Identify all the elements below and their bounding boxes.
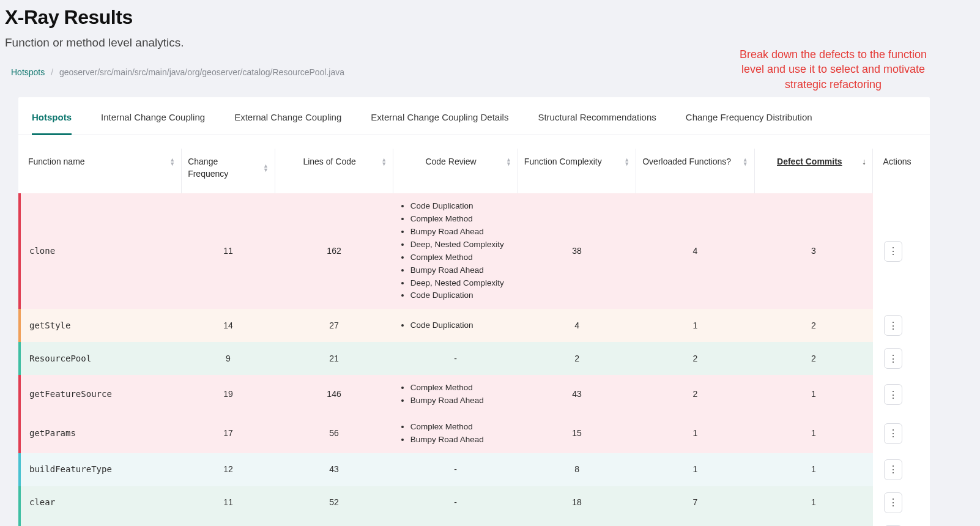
cell-defect-commits: 1 [754, 414, 872, 453]
col-change-frequency[interactable]: Change Frequency ▲▼ [182, 149, 275, 193]
kebab-icon: ⋮ [888, 464, 898, 475]
code-review-item: Complex Method [410, 421, 512, 433]
sort-icon[interactable]: ▲▼ [624, 158, 629, 166]
code-review-item: Deep, Nested Complexity [410, 239, 512, 251]
col-function-name[interactable]: Function name ▲▼ [20, 149, 182, 193]
cell-change-frequency: 19 [182, 375, 275, 414]
sort-icon[interactable]: ▲▼ [743, 158, 748, 166]
table-row: clone11162Code DuplicationComplex Method… [20, 193, 922, 309]
tabs-bar: HotspotsInternal Change CouplingExternal… [18, 97, 930, 135]
cell-change-frequency: 9 [182, 519, 275, 526]
cell-overloaded-functions: 7 [636, 486, 754, 519]
cell-defect-commits: 2 [754, 342, 872, 375]
tab-structural-recommendations[interactable]: Structural Recommendations [538, 111, 656, 135]
cell-code-review: Complex MethodBumpy Road Ahead [393, 414, 518, 453]
table-row: getStyle1427Code Duplication412⋮ [20, 309, 922, 342]
cell-code-review: - [393, 453, 518, 486]
cell-actions: ⋮ [873, 414, 922, 453]
sort-icon[interactable]: ▲▼ [263, 164, 269, 172]
cell-actions: ⋮ [873, 375, 922, 414]
code-review-item: Bumpy Road Ahead [410, 434, 512, 446]
cell-function-complexity: 38 [518, 193, 636, 309]
cell-defect-commits: 1 [754, 453, 872, 486]
cell-defect-commits: 1 [754, 375, 872, 414]
results-panel: HotspotsInternal Change CouplingExternal… [18, 97, 930, 526]
cell-actions: ⋮ [873, 453, 922, 486]
cell-lines-of-code: 52 [275, 486, 393, 519]
kebab-icon: ⋮ [888, 353, 898, 365]
tab-external-change-coupling[interactable]: External Change Coupling [234, 111, 341, 135]
tab-change-frequency-distribution[interactable]: Change Frequency Distribution [686, 111, 812, 135]
table-row: buildFeatureType1243-811⋮ [20, 453, 922, 486]
cell-overloaded-functions: 4 [636, 519, 754, 526]
cell-change-frequency: 9 [182, 342, 275, 375]
row-actions-button[interactable]: ⋮ [884, 315, 902, 336]
kebab-icon: ⋮ [888, 428, 898, 439]
col-defect-commits[interactable]: Defect Commits ↓ [754, 149, 872, 193]
cell-overloaded-functions: 1 [636, 453, 754, 486]
code-review-item: Complex Method [410, 213, 512, 225]
code-review-item: Code Duplication [410, 320, 512, 332]
sort-icon[interactable]: ▲▼ [506, 158, 511, 166]
cell-overloaded-functions: 1 [636, 414, 754, 453]
col-lines-of-code[interactable]: Lines of Code ▲▼ [275, 149, 393, 193]
cell-actions: ⋮ [873, 519, 922, 526]
row-actions-button[interactable]: ⋮ [884, 241, 902, 262]
table-row: clear1152-1871⋮ [20, 486, 922, 519]
code-review-item: Deep, Nested Complexity [410, 278, 512, 289]
row-actions-button[interactable]: ⋮ [884, 348, 902, 369]
code-review-item: Bumpy Road Ahead [410, 395, 512, 407]
row-actions-button[interactable]: ⋮ [884, 423, 902, 444]
hotspots-table: Function name ▲▼ Change Frequency ▲▼ [18, 149, 924, 526]
row-actions-button[interactable]: ⋮ [884, 459, 902, 480]
breadcrumb-root[interactable]: Hotspots [11, 67, 45, 77]
cell-function-name: ResourcePool [20, 342, 182, 375]
tab-external-change-coupling-details[interactable]: External Change Coupling Details [371, 111, 508, 135]
col-overloaded-functions[interactable]: Overloaded Functions? ▲▼ [636, 149, 754, 193]
cell-function-name: getFeatureSource [20, 375, 182, 414]
kebab-icon: ⋮ [888, 497, 898, 508]
cell-change-frequency: 17 [182, 414, 275, 453]
breadcrumb: Hotspots / geoserver/src/main/src/main/j… [11, 67, 976, 79]
col-code-review[interactable]: Code Review ▲▼ [393, 149, 518, 193]
code-review-item: Code Duplication [410, 290, 512, 302]
cell-function-complexity: 43 [518, 375, 636, 414]
tab-hotspots[interactable]: Hotspots [32, 111, 72, 135]
table-row: getFeatureSource19146Complex MethodBumpy… [20, 375, 922, 414]
cell-code-review: - [393, 486, 518, 519]
cell-overloaded-functions: 2 [636, 375, 754, 414]
breadcrumb-path: geoserver/src/main/src/main/java/org/geo… [59, 67, 344, 77]
cell-lines-of-code: 146 [275, 375, 393, 414]
cell-overloaded-functions: 2 [636, 342, 754, 375]
table-row: writeStyle922-441⋮ [20, 519, 922, 526]
cell-code-review: Code DuplicationComplex MethodBumpy Road… [393, 193, 518, 309]
code-review-item: Bumpy Road Ahead [410, 226, 512, 238]
cell-function-name: getStyle [20, 309, 182, 342]
tab-internal-change-coupling[interactable]: Internal Change Coupling [101, 111, 205, 135]
kebab-icon: ⋮ [888, 245, 898, 257]
cell-overloaded-functions: 1 [636, 309, 754, 342]
row-actions-button[interactable]: ⋮ [884, 492, 902, 513]
sort-icon[interactable]: ▲▼ [381, 158, 387, 166]
sort-desc-icon[interactable]: ↓ [862, 156, 866, 168]
table-row: ResourcePool921-222⋮ [20, 342, 922, 375]
cell-lines-of-code: 43 [275, 453, 393, 486]
cell-defect-commits: 3 [754, 193, 872, 309]
cell-defect-commits: 2 [754, 309, 872, 342]
cell-function-name: getParams [20, 414, 182, 453]
cell-change-frequency: 11 [182, 193, 275, 309]
cell-code-review: - [393, 342, 518, 375]
cell-actions: ⋮ [873, 342, 922, 375]
cell-change-frequency: 14 [182, 309, 275, 342]
row-actions-button[interactable]: ⋮ [884, 384, 902, 405]
cell-function-name: buildFeatureType [20, 453, 182, 486]
cell-function-complexity: 15 [518, 414, 636, 453]
sort-icon[interactable]: ▲▼ [169, 158, 175, 166]
code-review-item: Code Duplication [410, 201, 512, 212]
code-review-item: Complex Method [410, 252, 512, 264]
cell-actions: ⋮ [873, 309, 922, 342]
kebab-icon: ⋮ [888, 320, 898, 332]
cell-lines-of-code: 22 [275, 519, 393, 526]
cell-code-review: - [393, 519, 518, 526]
col-function-complexity[interactable]: Function Complexity ▲▼ [518, 149, 636, 193]
